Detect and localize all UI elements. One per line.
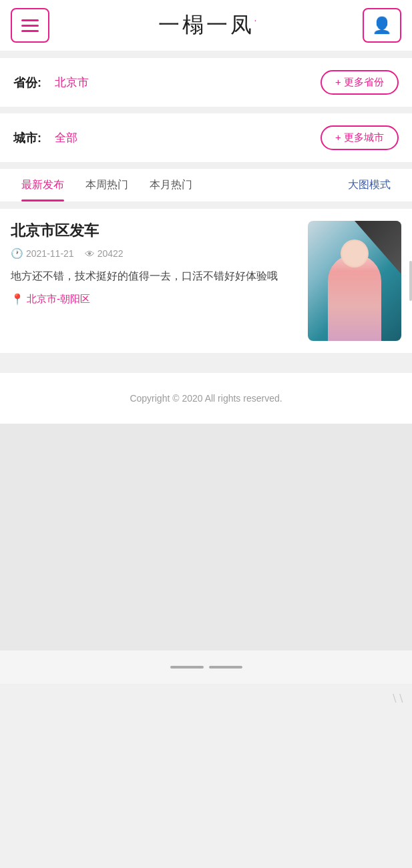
app-logo: 一榻一凤· <box>158 11 254 40</box>
province-label: 省份: <box>13 75 41 91</box>
bottom-bar <box>0 650 412 684</box>
city-value: 全部 <box>55 130 307 145</box>
user-button[interactable]: 👤 <box>363 8 401 43</box>
content-area: 北京市区发车 🕐 2021-11-21 👁 20422 地方还不错，技术挺好的值… <box>0 202 412 366</box>
city-filter: 城市: 全部 + 更多城市 <box>0 113 412 162</box>
bottom-bar-line-2 <box>209 666 242 669</box>
province-filter: 省份: 北京市 + 更多省份 <box>0 58 412 107</box>
city-label: 城市: <box>13 130 41 146</box>
eye-icon: 👁 <box>85 248 95 260</box>
stair-decoration <box>355 221 401 274</box>
menu-button[interactable] <box>11 8 49 43</box>
tabs-bar: 最新发布 本周热门 本月热门 大图模式 <box>0 169 412 202</box>
tab-latest[interactable]: 最新发布 <box>11 169 75 201</box>
post-header: 北京市区发车 🕐 2021-11-21 👁 20422 地方还不错，技术挺好的值… <box>11 221 401 341</box>
location-icon: 📍 <box>11 293 24 306</box>
post-title: 北京市区发车 <box>11 221 300 241</box>
post-views-item: 👁 20422 <box>85 248 124 260</box>
home-indicator-area: ∖∖ <box>0 684 412 711</box>
hamburger-icon <box>21 19 39 32</box>
more-province-button[interactable]: + 更多省份 <box>321 70 399 95</box>
post-card[interactable]: 北京市区发车 🕐 2021-11-21 👁 20422 地方还不错，技术挺好的值… <box>0 209 412 353</box>
copyright-text: Copyright © 2020 All rights reserved. <box>130 393 282 404</box>
post-image <box>308 221 401 341</box>
tab-month-hot[interactable]: 本月热门 <box>139 169 203 201</box>
post-description: 地方还不错，技术挺好的值得一去，口活不错好好体验哦 <box>11 268 300 285</box>
post-info: 北京市区发车 🕐 2021-11-21 👁 20422 地方还不错，技术挺好的值… <box>11 221 308 306</box>
footer: Copyright © 2020 All rights reserved. <box>0 373 412 424</box>
gray-area <box>0 424 412 650</box>
post-meta: 🕐 2021-11-21 👁 20422 <box>11 248 300 260</box>
bottom-bar-line <box>170 666 204 669</box>
logo-text: 一榻一凤 <box>158 13 254 37</box>
location-text: 北京市-朝阳区 <box>27 293 90 306</box>
post-date-item: 🕐 2021-11-21 <box>11 248 74 260</box>
more-city-button[interactable]: + 更多城市 <box>321 125 399 150</box>
header: 一榻一凤· 👤 <box>0 0 412 51</box>
post-views: 20422 <box>97 248 124 259</box>
scroll-indicator <box>409 261 412 301</box>
logo-dot: · <box>254 15 260 25</box>
clock-icon: 🕐 <box>11 248 23 260</box>
tab-week-hot[interactable]: 本周热门 <box>75 169 139 201</box>
resize-icon: ∖∖ <box>391 693 404 705</box>
post-location: 📍 北京市-朝阳区 <box>11 293 300 306</box>
post-date: 2021-11-21 <box>26 248 74 259</box>
tab-large-view[interactable]: 大图模式 <box>337 169 401 201</box>
user-icon: 👤 <box>372 16 392 35</box>
province-value: 北京市 <box>55 75 307 90</box>
